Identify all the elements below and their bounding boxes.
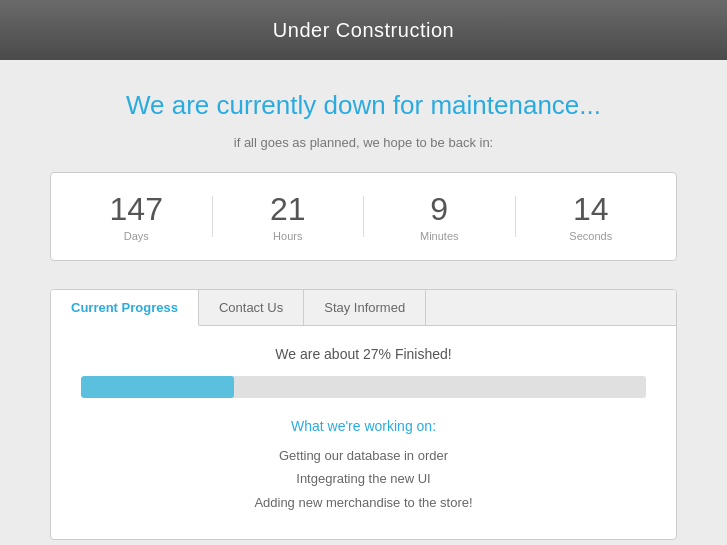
working-on-item-1: Getting our database in order (81, 444, 646, 467)
tab-contact-us[interactable]: Contact Us (199, 290, 304, 325)
countdown-days: 147 Days (61, 191, 212, 242)
working-on-item-3: Adding new merchandise to the store! (81, 491, 646, 514)
page-title: Under Construction (273, 19, 454, 42)
main-content: We are currently down for maintenance...… (0, 60, 727, 545)
days-value: 147 (61, 191, 212, 228)
hours-label: Hours (213, 230, 364, 242)
seconds-value: 14 (516, 191, 667, 228)
tab-content-area: We are about 27% Finished! What we're wo… (51, 326, 676, 539)
minutes-label: Minutes (364, 230, 515, 242)
countdown-minutes: 9 Minutes (364, 191, 515, 242)
working-on-title: What we're working on: (81, 418, 646, 434)
countdown-hours: 21 Hours (213, 191, 364, 242)
hours-value: 21 (213, 191, 364, 228)
days-label: Days (61, 230, 212, 242)
working-on-list: Getting our database in order Intgegrati… (81, 444, 646, 514)
tab-stay-informed[interactable]: Stay Informed (304, 290, 426, 325)
seconds-label: Seconds (516, 230, 667, 242)
tab-current-progress[interactable]: Current Progress (51, 290, 199, 326)
progress-bar-background (81, 376, 646, 398)
countdown-box: 147 Days 21 Hours 9 Minutes 14 Seconds (50, 172, 677, 261)
working-on-item-2: Intgegrating the new UI (81, 467, 646, 490)
title-bar: Under Construction (0, 0, 727, 60)
tab-navigation: Current Progress Contact Us Stay Informe… (51, 290, 676, 326)
subtext: if all goes as planned, we hope to be ba… (50, 135, 677, 150)
tabs-container: Current Progress Contact Us Stay Informe… (50, 289, 677, 540)
headline: We are currently down for maintenance... (50, 90, 677, 121)
progress-bar-fill (81, 376, 234, 398)
progress-text: We are about 27% Finished! (81, 346, 646, 362)
minutes-value: 9 (364, 191, 515, 228)
countdown-seconds: 14 Seconds (516, 191, 667, 242)
